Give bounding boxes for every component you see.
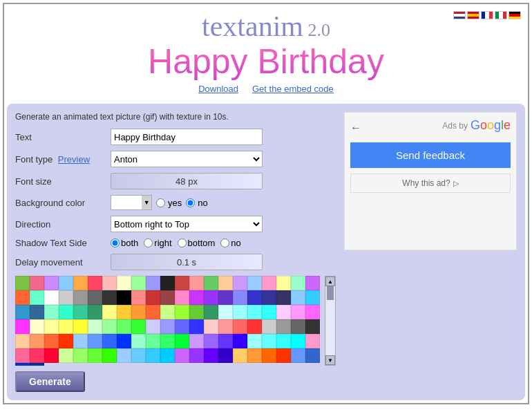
texture-swatch[interactable]: [262, 276, 276, 290]
texture-swatch[interactable]: [15, 348, 30, 363]
texture-swatch[interactable]: [233, 319, 247, 334]
scroll-down-btn[interactable]: ▼: [325, 355, 335, 365]
color-box[interactable]: [111, 196, 142, 209]
texture-swatch[interactable]: [305, 276, 320, 290]
texture-swatch[interactable]: [30, 305, 44, 319]
texture-swatch[interactable]: [30, 290, 44, 305]
texture-swatch[interactable]: [175, 290, 189, 305]
texture-swatch[interactable]: [291, 305, 305, 319]
texture-swatch[interactable]: [117, 334, 131, 348]
texture-swatch[interactable]: [88, 276, 102, 290]
texture-swatch[interactable]: [262, 290, 276, 305]
texture-swatch[interactable]: [44, 334, 59, 348]
texture-swatch[interactable]: [204, 290, 218, 305]
texture-swatch[interactable]: [247, 348, 262, 363]
texture-swatch[interactable]: [204, 334, 218, 348]
texture-swatch[interactable]: [73, 348, 88, 363]
bg-no-option[interactable]: no: [186, 198, 207, 208]
texture-swatch[interactable]: [73, 290, 88, 305]
texture-swatch[interactable]: [276, 348, 291, 363]
texture-swatch[interactable]: [160, 290, 175, 305]
texture-swatch[interactable]: [276, 334, 291, 348]
texture-swatch[interactable]: [30, 276, 44, 290]
texture-swatch[interactable]: [102, 305, 117, 319]
texture-swatch[interactable]: [59, 276, 73, 290]
texture-swatch[interactable]: [117, 319, 131, 334]
texture-swatch[interactable]: [204, 276, 218, 290]
send-feedback-button[interactable]: Send feedback: [350, 142, 511, 168]
flag-it[interactable]: [495, 11, 507, 19]
texture-swatch[interactable]: [262, 319, 276, 334]
texture-swatch[interactable]: [247, 319, 262, 334]
texture-swatch[interactable]: [146, 319, 160, 334]
texture-swatch[interactable]: [44, 305, 59, 319]
bg-no-radio[interactable]: [186, 198, 195, 207]
texture-swatch[interactable]: [102, 319, 117, 334]
generate-button[interactable]: Generate: [15, 371, 85, 392]
texture-swatch[interactable]: [146, 334, 160, 348]
direction-select[interactable]: Bottom right to Top Left to Right Right …: [111, 216, 263, 232]
scroll-up-btn[interactable]: ▲: [325, 277, 335, 286]
texture-swatch[interactable]: [218, 305, 233, 319]
texture-swatch[interactable]: [117, 305, 131, 319]
texture-swatch[interactable]: [160, 334, 175, 348]
texture-swatch[interactable]: [44, 348, 59, 363]
font-size-bar[interactable]: 48 px: [111, 173, 263, 189]
texture-swatch[interactable]: [204, 305, 218, 319]
texture-swatch[interactable]: [262, 334, 276, 348]
color-dropdown-arrow[interactable]: ▼: [142, 196, 151, 209]
texture-swatch[interactable]: [30, 319, 44, 334]
texture-swatch[interactable]: [305, 305, 320, 319]
texture-swatch[interactable]: [189, 319, 204, 334]
texture-swatch[interactable]: [218, 334, 233, 348]
texture-swatch[interactable]: [30, 363, 44, 366]
texture-swatch[interactable]: [88, 305, 102, 319]
texture-swatch[interactable]: [73, 276, 88, 290]
texture-swatch[interactable]: [262, 348, 276, 363]
texture-swatch[interactable]: [131, 348, 146, 363]
delay-bar[interactable]: 0.1 s: [111, 254, 263, 270]
texture-swatch[interactable]: [247, 334, 262, 348]
texture-swatch[interactable]: [88, 348, 102, 363]
texture-swatch[interactable]: [175, 305, 189, 319]
texture-swatch[interactable]: [15, 319, 30, 334]
flag-es[interactable]: [467, 11, 479, 19]
texture-swatch[interactable]: [44, 290, 59, 305]
texture-swatch[interactable]: [305, 319, 320, 334]
text-input[interactable]: [111, 129, 263, 145]
texture-swatch[interactable]: [305, 348, 320, 363]
texture-swatch[interactable]: [204, 319, 218, 334]
texture-swatch[interactable]: [131, 305, 146, 319]
texture-swatch[interactable]: [15, 334, 30, 348]
shadow-right-radio[interactable]: [144, 238, 153, 247]
shadow-bottom-option[interactable]: bottom: [178, 238, 216, 248]
texture-swatch[interactable]: [160, 319, 175, 334]
texture-swatch[interactable]: [276, 276, 291, 290]
bg-yes-radio[interactable]: [156, 198, 165, 207]
texture-swatch[interactable]: [131, 334, 146, 348]
texture-swatch[interactable]: [305, 334, 320, 348]
texture-swatch[interactable]: [15, 305, 30, 319]
texture-swatch[interactable]: [247, 305, 262, 319]
texture-swatch[interactable]: [146, 348, 160, 363]
texture-swatch[interactable]: [247, 290, 262, 305]
texture-swatch[interactable]: [233, 276, 247, 290]
texture-swatch[interactable]: [291, 276, 305, 290]
texture-swatch[interactable]: [291, 334, 305, 348]
flag-fr[interactable]: [481, 11, 493, 19]
flag-us[interactable]: [453, 11, 466, 19]
texture-swatch[interactable]: [189, 334, 204, 348]
bg-yes-option[interactable]: yes: [156, 198, 182, 208]
texture-swatch[interactable]: [102, 276, 117, 290]
texture-swatch[interactable]: [73, 305, 88, 319]
texture-swatch[interactable]: [175, 334, 189, 348]
texture-swatch[interactable]: [291, 319, 305, 334]
flag-de[interactable]: [509, 11, 521, 19]
texture-swatch[interactable]: [175, 348, 189, 363]
texture-swatch[interactable]: [30, 348, 44, 363]
texture-swatch[interactable]: [291, 290, 305, 305]
embed-code-link[interactable]: Get the embed code: [252, 84, 334, 94]
texture-swatch[interactable]: [59, 290, 73, 305]
texture-swatch[interactable]: [44, 276, 59, 290]
texture-swatch[interactable]: [102, 290, 117, 305]
